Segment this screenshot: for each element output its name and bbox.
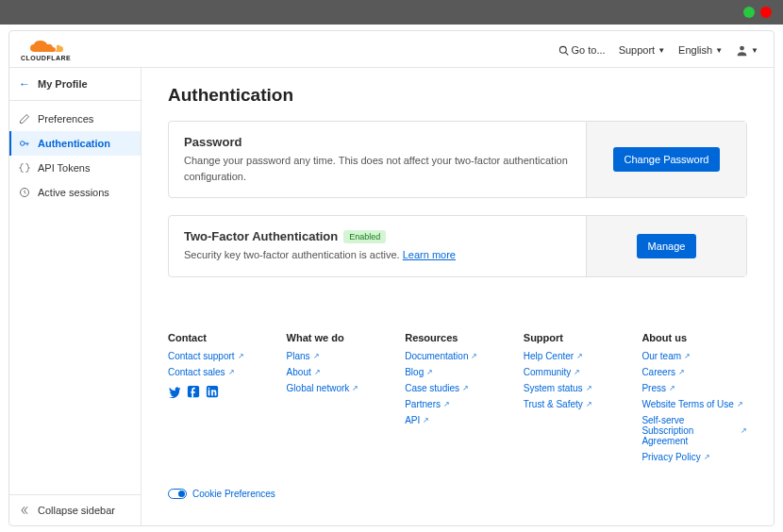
- external-link-icon: ↗: [313, 352, 320, 360]
- logo[interactable]: CLOUDFLARE: [21, 39, 71, 61]
- change-password-button[interactable]: Change Password: [613, 147, 721, 172]
- window-minimize-icon[interactable]: [743, 7, 755, 18]
- footer-link[interactable]: Website Terms of Use↗: [641, 399, 747, 409]
- clock-icon: [19, 187, 30, 198]
- svg-point-10: [208, 387, 210, 389]
- user-icon: [736, 44, 748, 57]
- footer-link[interactable]: Global network↗: [287, 383, 392, 393]
- footer-heading: Support: [524, 332, 629, 343]
- linkedin-icon[interactable]: [206, 385, 219, 398]
- footer-link[interactable]: Partners↗: [405, 399, 510, 409]
- svg-line-1: [565, 52, 568, 55]
- footer-heading: About us: [641, 332, 747, 343]
- footer-heading: Resources: [405, 332, 510, 343]
- footer-link[interactable]: Help Center↗: [524, 351, 629, 361]
- footer-link[interactable]: Careers↗: [641, 367, 747, 377]
- sidebar-item-active-sessions[interactable]: Active sessions: [9, 180, 141, 205]
- window-close-icon[interactable]: [760, 7, 772, 18]
- sidebar-item-authentication[interactable]: Authentication: [9, 131, 141, 156]
- chevron-down-icon: ▼: [751, 46, 758, 55]
- external-link-icon: ↗: [741, 426, 747, 435]
- sidebar-item-api-tokens[interactable]: API Tokens: [9, 156, 141, 180]
- chevron-down-icon: ▼: [658, 46, 665, 55]
- external-link-icon: ↗: [443, 400, 450, 408]
- footer-link[interactable]: Contact sales↗: [168, 367, 274, 377]
- cookie-preferences-link[interactable]: Cookie Preferences: [168, 489, 747, 499]
- footer-link[interactable]: Our team↗: [641, 351, 747, 361]
- toggle-icon: [168, 489, 187, 499]
- external-link-icon: ↗: [704, 453, 710, 461]
- sidebar-back-link[interactable]: ← My Profile: [9, 68, 141, 101]
- manage-button[interactable]: Manage: [637, 234, 697, 258]
- footer-link[interactable]: Self-serve Subscription Agreement↗: [641, 415, 747, 446]
- status-badge: Enabled: [343, 230, 386, 243]
- password-desc: Change your password any time. This does…: [184, 153, 571, 184]
- external-link-icon: ↗: [423, 416, 429, 424]
- external-link-icon: ↗: [228, 368, 235, 376]
- facebook-icon[interactable]: [187, 385, 200, 398]
- support-menu[interactable]: Support ▼: [619, 44, 665, 56]
- sidebar-item-label: API Tokens: [38, 162, 90, 174]
- sidebar-item-label: Authentication: [38, 138, 110, 149]
- footer-col-about: About us Our team↗ Careers↗ Press↗ Websi…: [641, 332, 747, 468]
- footer-link[interactable]: Press↗: [641, 383, 747, 393]
- password-card: Password Change your password any time. …: [168, 121, 747, 198]
- footer-heading: What we do: [287, 332, 392, 343]
- chevron-down-icon: ▼: [715, 46, 723, 55]
- braces-icon: [19, 162, 30, 174]
- footer: Contact Contact support↗ Contact sales↗ …: [168, 332, 747, 468]
- footer-link[interactable]: Community↗: [524, 367, 629, 377]
- language-menu[interactable]: English ▼: [678, 44, 723, 56]
- footer-link[interactable]: Contact support↗: [168, 351, 274, 361]
- footer-link[interactable]: Privacy Policy↗: [641, 452, 747, 462]
- footer-link[interactable]: API↗: [405, 415, 510, 425]
- svg-point-0: [559, 46, 566, 53]
- svg-point-3: [21, 141, 25, 146]
- footer-col-whatwedo: What we do Plans↗ About↗ Global network↗: [287, 332, 392, 468]
- external-link-icon: ↗: [576, 352, 583, 360]
- page-title: Authentication: [168, 85, 747, 106]
- external-link-icon: ↗: [238, 352, 244, 360]
- external-link-icon: ↗: [574, 368, 580, 376]
- external-link-icon: ↗: [352, 384, 358, 392]
- footer-col-support: Support Help Center↗ Community↗ System s…: [524, 332, 629, 468]
- footer-link[interactable]: Plans↗: [287, 351, 392, 361]
- twofa-heading: Two-Factor Authentication: [184, 229, 338, 243]
- twitter-icon[interactable]: [168, 385, 181, 398]
- cloud-icon: [27, 39, 65, 54]
- sidebar-item-label: Preferences: [38, 113, 93, 125]
- external-link-icon: ↗: [314, 368, 321, 376]
- twofa-card: Two-Factor Authentication Enabled Securi…: [168, 215, 747, 277]
- footer-link[interactable]: About↗: [287, 367, 392, 377]
- pencil-icon: [19, 113, 30, 125]
- footer-link[interactable]: Blog↗: [405, 367, 510, 377]
- twofa-desc: Security key two-factor authentication i…: [184, 249, 403, 260]
- svg-point-2: [740, 45, 744, 50]
- footer-heading: Contact: [168, 332, 274, 343]
- sidebar-item-label: Active sessions: [38, 187, 109, 198]
- external-link-icon: ↗: [737, 400, 743, 408]
- footer-link[interactable]: Case studies↗: [405, 383, 510, 393]
- external-link-icon: ↗: [669, 384, 675, 392]
- key-icon: [19, 138, 30, 149]
- external-link-icon: ↗: [462, 384, 469, 392]
- user-menu[interactable]: ▼: [736, 44, 758, 57]
- collapse-icon: [19, 505, 30, 516]
- learn-more-link[interactable]: Learn more: [403, 249, 456, 260]
- goto-search[interactable]: Go to...: [558, 44, 606, 56]
- password-heading: Password: [184, 135, 571, 149]
- footer-link[interactable]: Trust & Safety↗: [524, 399, 629, 409]
- footer-col-contact: Contact Contact support↗ Contact sales↗: [168, 332, 274, 468]
- main-content: Authentication Password Change your pass…: [142, 68, 774, 525]
- external-link-icon: ↗: [678, 368, 685, 376]
- brand-text: CLOUDFLARE: [21, 55, 71, 61]
- arrow-left-icon: ←: [19, 77, 30, 91]
- collapse-sidebar-button[interactable]: Collapse sidebar: [9, 494, 141, 525]
- footer-link[interactable]: System status↗: [524, 383, 629, 393]
- sidebar-title: My Profile: [38, 78, 88, 90]
- external-link-icon: ↗: [586, 384, 592, 392]
- external-link-icon: ↗: [426, 368, 433, 376]
- footer-link[interactable]: Documentation↗: [405, 351, 510, 361]
- sidebar: ← My Profile Preferences Authentication: [9, 68, 142, 525]
- sidebar-item-preferences[interactable]: Preferences: [9, 107, 141, 131]
